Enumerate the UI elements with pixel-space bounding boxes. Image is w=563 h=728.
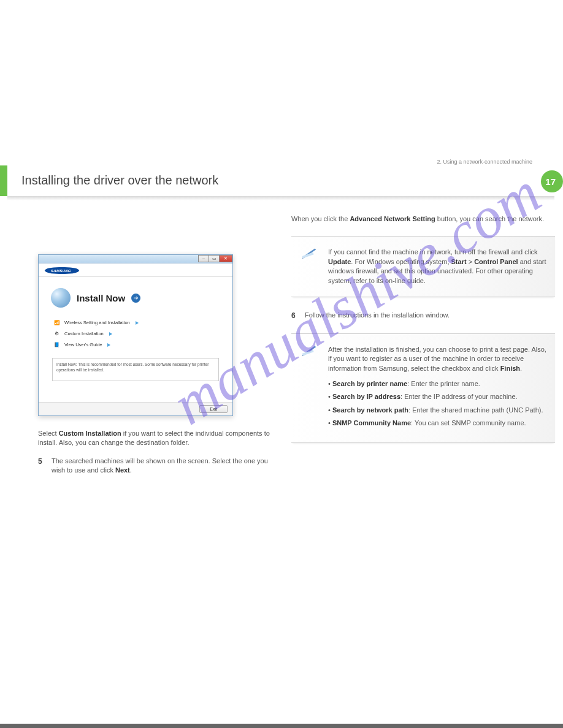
left-paragraph: Select Custom Installation if you want t…	[38, 429, 271, 448]
right-paragraph: When you click the Advanced Network Sett…	[291, 214, 555, 224]
custom-install-link[interactable]: ⚙ Custom Installation	[52, 330, 224, 338]
accent-bar	[0, 165, 7, 196]
minimize-button[interactable]: –	[198, 255, 209, 262]
bullet-list: Search by printer name: Enter the printe…	[328, 379, 549, 428]
note-icon	[300, 243, 318, 261]
step-6: 6 Follow the instructions in the install…	[291, 311, 555, 321]
section-label: 2. Using a network-connected machine	[437, 158, 532, 166]
svg-rect-0	[302, 252, 314, 259]
chevron-right-icon	[109, 332, 112, 336]
header-divider	[7, 196, 554, 200]
footer-bar	[0, 724, 563, 728]
maximize-button[interactable]: ▭	[209, 255, 220, 262]
arrow-right-icon: ➔	[131, 294, 140, 303]
brand-logo: SAMSUNG	[39, 264, 232, 277]
step-5: 5 The searched machines will be shown on…	[38, 457, 271, 476]
guide-label: View User's Guide	[64, 342, 102, 349]
step-number: 6	[291, 311, 300, 321]
exit-button[interactable]: Exit	[199, 405, 228, 413]
installer-footer: Exit	[39, 402, 232, 415]
view-guide-link[interactable]: 📘 View User's Guide	[52, 341, 224, 349]
globe-icon	[51, 288, 71, 308]
description-box: Install Now: This is recommended for mos…	[52, 358, 219, 381]
install-now-button[interactable]: Install Now ➔	[51, 288, 224, 308]
installer-window: – ▭ ✕ SAMSUNG Install Now ➔ 📶 Wireless S…	[38, 254, 233, 416]
chevron-right-icon	[136, 321, 139, 325]
note-block-1: If you cannot find the machine in networ…	[291, 236, 555, 297]
wireless-label: Wireless Setting and Installation	[64, 320, 130, 327]
wireless-setting-link[interactable]: 📶 Wireless Setting and Installation	[52, 319, 224, 327]
book-icon: 📘	[52, 341, 61, 349]
page-number: 17	[545, 175, 556, 188]
chevron-right-icon	[107, 343, 110, 347]
step-number: 5	[38, 457, 47, 476]
close-button[interactable]: ✕	[219, 255, 232, 262]
install-now-label: Install Now	[77, 292, 125, 305]
note-block-2: After the installation is finished, you …	[291, 333, 555, 444]
custom-label: Custom Installation	[64, 331, 104, 338]
note-icon	[300, 340, 318, 358]
titlebar: – ▭ ✕	[39, 255, 232, 264]
gear-icon: ⚙	[52, 330, 61, 338]
wireless-icon: 📶	[52, 319, 61, 327]
svg-rect-1	[302, 349, 314, 355]
page-title: Installing the driver over the network	[21, 172, 218, 189]
